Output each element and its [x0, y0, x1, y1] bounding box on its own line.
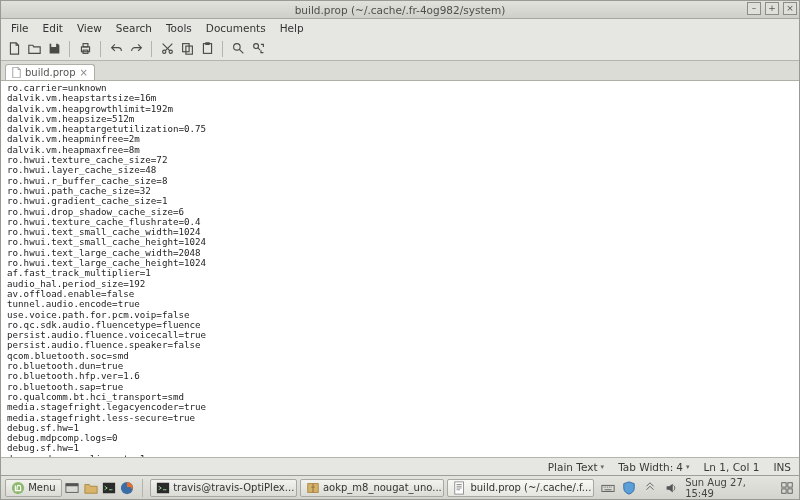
find-replace-button[interactable] — [249, 40, 267, 58]
menu-file[interactable]: File — [5, 20, 35, 36]
new-file-button[interactable] — [5, 40, 23, 58]
redo-button[interactable] — [127, 40, 145, 58]
updates-shield-icon[interactable] — [621, 480, 636, 496]
archive-icon — [306, 480, 320, 496]
toolbar-separator — [222, 41, 223, 57]
network-icon[interactable] — [643, 480, 658, 496]
svg-rect-16 — [157, 482, 169, 493]
menu-bar: File Edit View Search Tools Documents He… — [1, 19, 799, 37]
terminal-icon — [156, 480, 170, 496]
tab-close-icon[interactable]: × — [79, 67, 87, 78]
tab-label: build.prop — [25, 67, 75, 78]
tab-strip: build.prop × — [1, 61, 799, 81]
svg-rect-19 — [602, 485, 614, 491]
volume-icon[interactable] — [664, 480, 679, 496]
toolbar-separator — [151, 41, 152, 57]
menu-help[interactable]: Help — [274, 20, 310, 36]
menu-tools[interactable]: Tools — [160, 20, 198, 36]
window-controls: – + × — [747, 2, 797, 15]
os-taskbar: Menu travis@travis-OptiPlex... aokp_m8_n… — [1, 475, 799, 499]
tab-width-value: 4 — [676, 461, 683, 473]
show-desktop-button[interactable] — [65, 480, 80, 496]
mint-logo-icon — [11, 480, 25, 496]
svg-rect-23 — [788, 488, 792, 492]
save-file-button[interactable] — [45, 40, 63, 58]
start-menu-button[interactable]: Menu — [5, 479, 62, 497]
syntax-mode-label: Plain Text — [548, 461, 598, 473]
print-button[interactable] — [76, 40, 94, 58]
paste-button[interactable] — [198, 40, 216, 58]
svg-rect-13 — [66, 483, 78, 486]
svg-point-9 — [233, 44, 240, 51]
editor-text-area[interactable]: ro.carrier=unknown dalvik.vm.heapstartsi… — [1, 81, 799, 457]
insert-mode[interactable]: INS — [773, 461, 791, 473]
find-button[interactable] — [229, 40, 247, 58]
system-tray: Sun Aug 27, 15:49 — [600, 477, 795, 499]
maximize-button[interactable]: + — [765, 2, 779, 15]
editor-window: build.prop (~/.cache/.fr-4og982/system) … — [0, 0, 800, 500]
tab-buildprop[interactable]: build.prop × — [5, 64, 95, 80]
dropdown-icon: ▾ — [601, 463, 605, 471]
task-label: travis@travis-OptiPlex... — [173, 482, 294, 493]
undo-button[interactable] — [107, 40, 125, 58]
toolbar — [1, 37, 799, 61]
svg-rect-20 — [782, 482, 786, 486]
task-text-editor[interactable]: build.prop (~/.cache/.f... — [447, 479, 594, 497]
editor-area-wrapper: ro.carrier=unknown dalvik.vm.heapstartsi… — [1, 81, 799, 457]
title-bar: build.prop (~/.cache/.fr-4og982/system) … — [1, 1, 799, 19]
clock[interactable]: Sun Aug 27, 15:49 — [685, 477, 774, 499]
menu-search[interactable]: Search — [110, 20, 158, 36]
dropdown-icon: ▾ — [686, 463, 690, 471]
svg-rect-1 — [83, 44, 88, 47]
toolbar-separator — [69, 41, 70, 57]
svg-point-11 — [12, 481, 24, 493]
open-file-button[interactable] — [25, 40, 43, 58]
svg-rect-7 — [203, 44, 211, 54]
task-label: aokp_m8_nougat_uno... — [323, 482, 442, 493]
status-bar: Plain Text ▾ Tab Width: 4 ▾ Ln 1, Col 1 … — [1, 457, 799, 475]
text-editor-icon — [453, 480, 467, 496]
svg-rect-14 — [103, 482, 115, 493]
taskbar-separator — [142, 479, 143, 497]
start-menu-label: Menu — [28, 482, 55, 493]
tab-width-label: Tab Width: — [618, 461, 673, 473]
task-terminal[interactable]: travis@travis-OptiPlex... — [150, 479, 297, 497]
syntax-mode-selector[interactable]: Plain Text ▾ — [548, 461, 604, 473]
menu-view[interactable]: View — [71, 20, 108, 36]
document-icon — [12, 67, 21, 78]
window-list-icon[interactable] — [780, 480, 795, 496]
copy-button[interactable] — [178, 40, 196, 58]
keyboard-icon[interactable] — [600, 480, 615, 496]
toolbar-separator — [100, 41, 101, 57]
file-manager-launcher[interactable] — [83, 480, 98, 496]
cursor-position: Ln 1, Col 1 — [703, 461, 759, 473]
minimize-button[interactable]: – — [747, 2, 761, 15]
task-archive-manager[interactable]: aokp_m8_nougat_uno... — [300, 479, 445, 497]
window-title: build.prop (~/.cache/.fr-4og982/system) — [1, 4, 799, 16]
close-button[interactable]: × — [783, 2, 797, 15]
cut-button[interactable] — [158, 40, 176, 58]
terminal-launcher[interactable] — [101, 480, 116, 496]
firefox-launcher[interactable] — [120, 480, 135, 496]
tab-width-selector[interactable]: Tab Width: 4 ▾ — [618, 461, 689, 473]
svg-rect-21 — [788, 482, 792, 486]
menu-documents[interactable]: Documents — [200, 20, 272, 36]
task-label: build.prop (~/.cache/.f... — [470, 482, 591, 493]
svg-rect-22 — [782, 488, 786, 492]
menu-edit[interactable]: Edit — [37, 20, 69, 36]
